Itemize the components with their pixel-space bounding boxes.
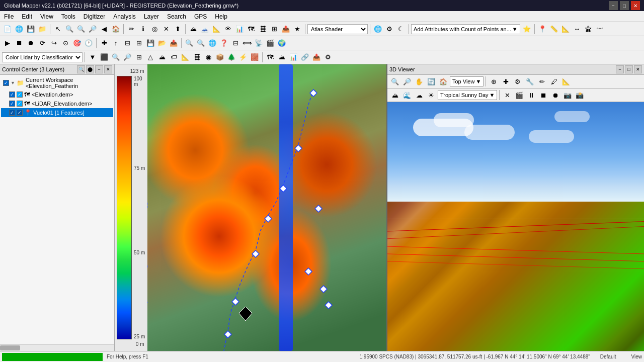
- draw-btn[interactable]: ✏: [126, 24, 137, 35]
- target-btn[interactable]: 🎯: [71, 38, 83, 49]
- move-btn[interactable]: ✚: [99, 38, 110, 49]
- 3d-tool4[interactable]: 📐: [560, 76, 572, 87]
- 3d-stop2-btn[interactable]: ⏹: [538, 89, 549, 101]
- grid-btn[interactable]: ⊞: [269, 24, 280, 35]
- lidar-contour-btn[interactable]: △: [145, 52, 156, 63]
- menu-gps[interactable]: GPS: [190, 12, 211, 21]
- viewer-3d-view[interactable]: [387, 102, 644, 351]
- profile-btn[interactable]: 📊: [234, 24, 245, 35]
- select-btn[interactable]: ↖: [52, 24, 63, 35]
- atlas-shader-select[interactable]: Atlas Shader: [307, 24, 368, 34]
- menu-help[interactable]: Help: [211, 12, 231, 21]
- pan-btn[interactable]: 🌐: [207, 38, 218, 49]
- panel-zoom-btn[interactable]: ⬤: [86, 65, 94, 73]
- 3d-rotate[interactable]: 🔄: [426, 76, 437, 87]
- pan-left-btn[interactable]: ◀: [99, 24, 110, 35]
- layer2-btn[interactable]: ⊞: [133, 38, 144, 49]
- lidar-grid-btn[interactable]: ⊞: [133, 52, 144, 63]
- path2-btn[interactable]: 🛣: [583, 24, 594, 35]
- lidar-color-select[interactable]: Color Lidar by Classification: [2, 52, 83, 62]
- map-view[interactable]: 0.0 km 2.0 km 4.0 km 6.0 km: [147, 64, 386, 351]
- viewer-close-btn[interactable]: ✕: [634, 65, 642, 73]
- elevation-checkbox[interactable]: ✓: [9, 92, 15, 98]
- arc-btn[interactable]: ☾: [395, 24, 407, 35]
- lidar-export-btn[interactable]: 📤: [311, 52, 322, 63]
- menu-layer[interactable]: Layer: [140, 12, 163, 21]
- 3d-movie-btn[interactable]: 🎬: [514, 89, 525, 101]
- home-btn[interactable]: 🏠: [110, 24, 121, 35]
- 3d-terrain-btn[interactable]: ⛰: [389, 89, 400, 101]
- open2-btn[interactable]: 📂: [156, 38, 168, 49]
- vuelo-vis-checkbox[interactable]: ✓: [17, 110, 23, 116]
- 3d-crosshair[interactable]: ⊕: [488, 76, 499, 87]
- split-btn[interactable]: ⊟: [230, 38, 241, 49]
- zoom-slider-btn[interactable]: 🔍: [184, 38, 195, 49]
- star-btn[interactable]: ★: [292, 24, 303, 35]
- menu-tools[interactable]: Tools: [57, 12, 79, 21]
- menu-search[interactable]: Search: [163, 12, 190, 21]
- vector-btn[interactable]: 🗺: [246, 24, 257, 35]
- lidar-search-btn[interactable]: 🔎: [122, 52, 133, 63]
- line-btn[interactable]: 📐: [560, 24, 571, 35]
- lidar-tree-btn[interactable]: 🌲: [226, 52, 237, 63]
- 3d-tool1[interactable]: 🔧: [524, 76, 535, 87]
- stop-btn[interactable]: ⏹: [14, 38, 25, 49]
- menu-analysis[interactable]: Analysis: [109, 12, 140, 21]
- circle-btn[interactable]: ⊙: [60, 38, 71, 49]
- 3d-close-sky[interactable]: ✕: [502, 89, 513, 101]
- export-btn[interactable]: ⬆: [172, 24, 183, 35]
- menu-digitizer[interactable]: Digitizer: [79, 12, 109, 21]
- loop-btn[interactable]: ↪: [48, 38, 59, 49]
- movie-btn[interactable]: 🎬: [265, 38, 276, 49]
- open-btn[interactable]: 🌐: [14, 24, 25, 35]
- lidar-hill-btn[interactable]: ⛰: [276, 52, 287, 63]
- layer-btn[interactable]: ⊟: [122, 38, 133, 49]
- export3-btn[interactable]: 📤: [168, 38, 179, 49]
- lidar-select-btn[interactable]: 🔍: [110, 52, 121, 63]
- vuelo-checkbox[interactable]: ✓: [9, 110, 15, 116]
- arrow-up-btn[interactable]: ↑: [110, 38, 121, 49]
- lidar-merge-btn[interactable]: 🔗: [299, 52, 310, 63]
- export2-btn[interactable]: 📤: [280, 24, 291, 35]
- layer-elevation[interactable]: ✓ ✓ 🗺 <Elevation.dem>: [1, 90, 113, 99]
- menu-edit[interactable]: Edit: [18, 12, 36, 21]
- delete-btn[interactable]: ✕: [160, 24, 172, 35]
- sky-preset-dropdown[interactable]: Tropical Sunny Day ▼: [438, 90, 497, 100]
- play-btn[interactable]: ▶: [2, 38, 13, 49]
- 3d-config[interactable]: ⚙: [512, 76, 523, 87]
- 3d-water-btn[interactable]: 🌊: [401, 89, 413, 101]
- 3d-rec2-btn[interactable]: ⏺: [550, 89, 561, 101]
- info-btn[interactable]: ℹ: [137, 24, 148, 35]
- 3d-tool3[interactable]: 🖊: [548, 76, 559, 87]
- view-mode-dropdown[interactable]: Top View ▼: [450, 76, 484, 86]
- workspace-expand[interactable]: ▼: [11, 80, 15, 85]
- 3d-pause-btn[interactable]: ⏸: [526, 89, 537, 101]
- panel-search-btn[interactable]: 🔍: [77, 65, 85, 73]
- panel-collapse-btn[interactable]: −: [95, 65, 103, 73]
- lidar-classify-btn[interactable]: 🏷: [168, 52, 179, 63]
- close-button[interactable]: ✕: [631, 1, 640, 10]
- 3d-home[interactable]: 🏠: [438, 76, 449, 87]
- save-as-btn[interactable]: 📁: [37, 24, 48, 35]
- save-btn[interactable]: 💾: [25, 24, 36, 35]
- 3d-tool2[interactable]: ✏: [536, 76, 547, 87]
- config-btn[interactable]: ⚙: [384, 24, 395, 35]
- lidar-map-btn[interactable]: 🗺: [265, 52, 276, 63]
- lidar-volume-btn[interactable]: 📦: [214, 52, 225, 63]
- zoom-2x-btn[interactable]: 🔍: [195, 38, 206, 49]
- help-btn[interactable]: ❓: [218, 38, 229, 49]
- lidar-all-btn[interactable]: ⬛: [99, 52, 110, 63]
- rec-btn[interactable]: ⏺: [25, 38, 36, 49]
- workspace-root[interactable]: ✓ ▼ 📁 Current Workspace <Elevation_Feath…: [1, 76, 113, 90]
- measure-btn[interactable]: ◎: [149, 24, 160, 35]
- path3-btn[interactable]: 〰: [595, 24, 606, 35]
- new-btn[interactable]: 📄: [2, 24, 13, 35]
- sync-btn[interactable]: ⟺: [242, 38, 253, 49]
- lidar-path-btn[interactable]: 🛤: [191, 52, 202, 63]
- 3d-pan[interactable]: ✋: [414, 76, 425, 87]
- gps2-btn[interactable]: 📡: [253, 38, 264, 49]
- lidar-power-btn[interactable]: ⚡: [237, 52, 249, 63]
- 3d-cloud-btn[interactable]: ☁: [414, 89, 425, 101]
- zoom-extent-btn[interactable]: 🔎: [87, 24, 98, 35]
- elevation-vis-checkbox[interactable]: ✓: [17, 92, 23, 98]
